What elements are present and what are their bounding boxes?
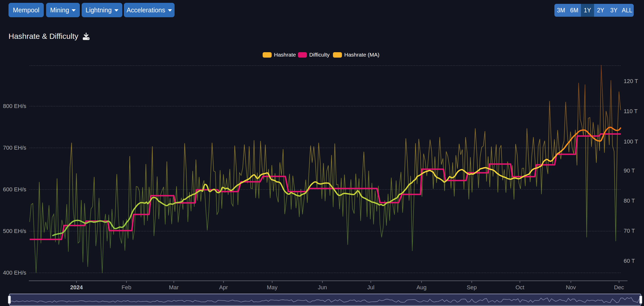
svg-text:Sep: Sep xyxy=(467,284,477,291)
svg-text:Oct: Oct xyxy=(516,284,524,291)
svg-text:90 T: 90 T xyxy=(624,167,635,174)
svg-text:400 EH/s: 400 EH/s xyxy=(3,269,27,276)
svg-text:Mar: Mar xyxy=(169,284,179,291)
svg-text:70 T: 70 T xyxy=(624,228,635,234)
svg-text:110 T: 110 T xyxy=(624,108,638,114)
svg-text:800 EH/s: 800 EH/s xyxy=(3,103,27,109)
svg-text:Nov: Nov xyxy=(566,284,576,291)
svg-text:80 T: 80 T xyxy=(624,197,635,204)
svg-text:Jul: Jul xyxy=(367,284,374,291)
svg-text:600 EH/s: 600 EH/s xyxy=(3,186,27,193)
svg-text:60 T: 60 T xyxy=(624,258,635,264)
svg-text:Dec: Dec xyxy=(614,284,624,291)
svg-text:2024: 2024 xyxy=(70,284,83,291)
svg-text:100 T: 100 T xyxy=(624,138,638,145)
svg-text:Aug: Aug xyxy=(416,284,426,291)
svg-text:500 EH/s: 500 EH/s xyxy=(3,228,27,234)
svg-text:700 EH/s: 700 EH/s xyxy=(3,145,27,151)
svg-text:Jun: Jun xyxy=(318,284,327,291)
svg-text:Feb: Feb xyxy=(122,284,131,291)
svg-text:Apr: Apr xyxy=(219,284,228,291)
svg-text:May: May xyxy=(267,284,278,291)
svg-text:120 T: 120 T xyxy=(624,78,638,84)
